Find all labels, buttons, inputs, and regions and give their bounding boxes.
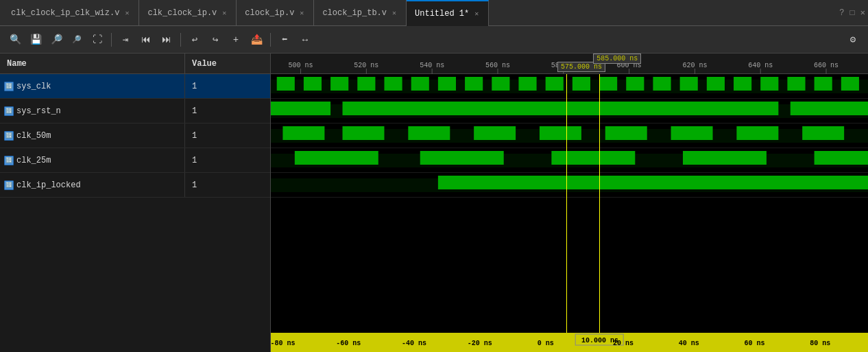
gear-button[interactable]: ⚙ — [843, 30, 863, 49]
svg-rect-30 — [572, 77, 590, 91]
signal-panel: Name Value 🔢 sys_clk 1 🔢 sys_rst_n 1 🔢 c… — [0, 54, 271, 352]
svg-rect-24 — [411, 77, 429, 91]
last-button[interactable]: ⏭ — [157, 30, 176, 49]
time-ruler-top: 575.000 ns 585.000 ns 500 ns 520 ns 540 … — [271, 54, 868, 74]
tab-clock-tb[interactable]: clock_ip_tb.v ✕ — [314, 0, 407, 26]
wave-svg-sys-rst — [271, 99, 868, 124]
waveform-rows-area — [271, 74, 868, 333]
time-ruler-bottom: -80 ns -60 ns -40 ns -20 ns 0 ns 10.000 … — [271, 333, 868, 352]
signal-name-clk25m: 🔢 clk_25m — [0, 148, 185, 172]
svg-rect-50 — [540, 126, 581, 140]
close-icon[interactable]: ✕ — [860, 8, 865, 18]
tab-label: clock_ip.v — [245, 8, 294, 18]
svg-text:660 ns: 660 ns — [814, 62, 839, 69]
svg-rect-20 — [304, 77, 322, 91]
tab-close-3[interactable]: ✕ — [298, 8, 305, 18]
tab-close-4[interactable]: ✕ — [391, 8, 398, 18]
tab-clk-wiz[interactable]: clk_clock_ip_clk_wiz.v ✕ — [3, 0, 139, 26]
svg-rect-60 — [815, 151, 868, 165]
signal-label-clk-locked: clk_ip_locked — [16, 180, 81, 190]
svg-rect-36 — [734, 77, 751, 91]
stretch-button[interactable]: ↔ — [296, 30, 315, 49]
waveform-row-clk25m — [271, 148, 868, 173]
signal-header: Name Value — [0, 54, 270, 74]
signal-row-clk50m[interactable]: 🔢 clk_50m 1 — [0, 124, 270, 148]
signal-row-sys-rst[interactable]: 🔢 sys_rst_n 1 — [0, 99, 270, 124]
help-icon[interactable]: ? — [839, 8, 844, 18]
signal-label-clk25m: clk_25m — [16, 156, 51, 165]
tab-label: clk_clock_ip.v — [147, 8, 217, 18]
search-button[interactable]: 🔍 — [5, 30, 25, 49]
svg-rect-32 — [626, 77, 644, 91]
tab-clock-ip[interactable]: clock_ip.v ✕ — [237, 0, 314, 26]
zoom-in-button[interactable]: 🔎 — [47, 30, 66, 49]
signal-row-sys-clk[interactable]: 🔢 sys_clk 1 — [0, 74, 270, 99]
wave-svg-clk-locked — [271, 173, 868, 198]
signal-name-sys-rst: 🔢 sys_rst_n — [0, 99, 185, 123]
svg-rect-52 — [671, 126, 713, 140]
svg-text:620 ns: 620 ns — [682, 62, 707, 69]
signal-value-sys-rst: 1 — [185, 106, 204, 116]
waveform-row-sys-clk — [271, 74, 868, 99]
minimize-icon[interactable]: □ — [850, 8, 855, 18]
svg-rect-48 — [408, 126, 450, 140]
separator-1 — [111, 33, 112, 47]
svg-rect-22 — [357, 77, 375, 91]
svg-rect-62 — [438, 176, 868, 189]
signal-value-clk25m: 1 — [185, 156, 204, 165]
waveform-panel[interactable]: 575.000 ns 585.000 ns 500 ns 520 ns 540 … — [271, 54, 868, 352]
tab-label: Untitled 1* — [415, 9, 469, 19]
svg-rect-49 — [474, 126, 516, 140]
svg-text:60 ns: 60 ns — [745, 340, 765, 347]
svg-rect-40 — [841, 77, 859, 91]
redo-button[interactable]: ↪ — [206, 30, 225, 49]
signal-row-clk-locked[interactable]: 🔢 clk_ip_locked 1 — [0, 173, 270, 198]
signal-name-clk50m: 🔢 clk_50m — [0, 124, 185, 148]
first-button[interactable]: ⏮ — [136, 30, 156, 49]
export-button[interactable]: 📤 — [247, 30, 266, 49]
svg-rect-34 — [680, 77, 698, 91]
svg-text:520 ns: 520 ns — [354, 62, 378, 69]
tab-bar: clk_clock_ip_clk_wiz.v ✕ clk_clock_ip.v … — [0, 0, 868, 26]
bottom-ruler-svg: -80 ns -60 ns -40 ns -20 ns 0 ns 10.000 … — [271, 333, 868, 352]
wave-svg-sys-clk — [271, 74, 868, 99]
svg-rect-23 — [384, 77, 402, 91]
svg-text:80 ns: 80 ns — [810, 340, 830, 347]
add-button[interactable]: + — [226, 30, 245, 49]
tab-close-1[interactable]: ✕ — [123, 8, 130, 18]
undo-button[interactable]: ↩ — [185, 30, 204, 49]
svg-rect-53 — [736, 126, 778, 140]
prev-cursor-button[interactable]: ⬅ — [275, 30, 294, 49]
svg-rect-47 — [343, 126, 385, 140]
signal-value-clk50m: 1 — [185, 131, 204, 141]
svg-rect-44 — [791, 102, 868, 115]
signal-value-sys-clk: 1 — [185, 82, 204, 91]
svg-rect-56 — [295, 151, 378, 165]
signal-label-sys-clk: sys_clk — [16, 82, 51, 91]
tab-close-5[interactable]: ✕ — [473, 9, 480, 19]
tab-untitled[interactable]: Untitled 1* ✕ — [407, 0, 489, 26]
separator-3 — [270, 33, 271, 47]
svg-text:-80 ns: -80 ns — [271, 340, 295, 347]
tab-close-2[interactable]: ✕ — [221, 8, 228, 18]
zoom-out-button[interactable]: 🔎 — [67, 30, 86, 49]
svg-rect-25 — [438, 77, 456, 91]
svg-rect-58 — [551, 151, 635, 165]
save-button[interactable]: 💾 — [26, 30, 45, 49]
svg-rect-26 — [465, 77, 483, 91]
tab-clk-ip[interactable]: clk_clock_ip.v ✕ — [139, 0, 237, 26]
signal-label-clk50m: clk_50m — [16, 131, 51, 141]
signal-row-clk25m[interactable]: 🔢 clk_25m 1 — [0, 148, 270, 173]
svg-rect-19 — [277, 77, 295, 91]
value-column-header: Value — [185, 59, 224, 69]
snap-button[interactable]: ⇥ — [116, 30, 135, 49]
svg-rect-28 — [518, 77, 536, 91]
name-column-header: Name — [0, 54, 185, 73]
svg-rect-31 — [599, 77, 617, 91]
fit-button[interactable]: ⛶ — [88, 30, 107, 49]
cursor2-top-label: 585.000 ns — [593, 54, 641, 64]
svg-text:500 ns: 500 ns — [289, 62, 313, 69]
svg-rect-43 — [343, 102, 779, 115]
svg-text:540 ns: 540 ns — [420, 62, 444, 69]
svg-text:-60 ns: -60 ns — [336, 340, 361, 347]
